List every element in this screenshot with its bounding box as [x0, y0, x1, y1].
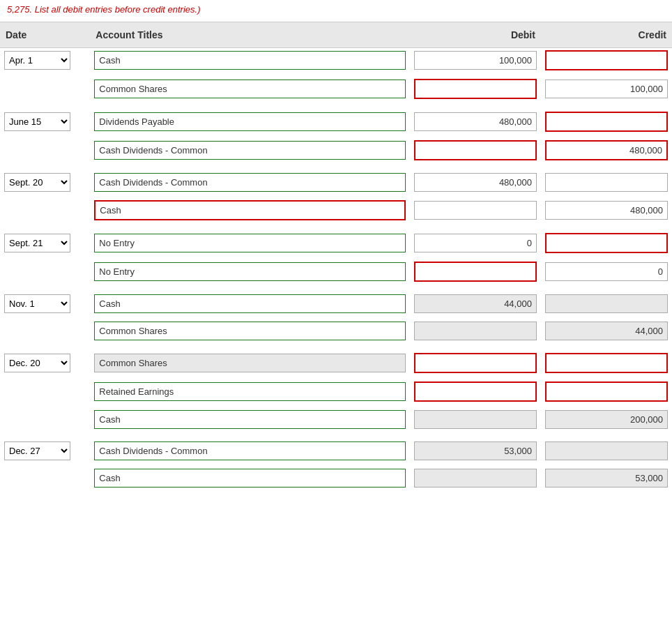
- header-credit: Credit: [541, 22, 672, 48]
- credit-input-row4-0[interactable]: [545, 233, 668, 253]
- account-input-row4-0[interactable]: [94, 234, 405, 252]
- debit-input-row5-0[interactable]: [414, 294, 537, 313]
- credit-input-row7-0[interactable]: [545, 441, 668, 460]
- account-input-row2-0[interactable]: [94, 112, 405, 131]
- credit-input-row7-1[interactable]: [545, 469, 668, 488]
- debit-input-row2-1[interactable]: [414, 140, 537, 160]
- debit-input-row6-0[interactable]: [414, 353, 537, 373]
- account-input-row7-0[interactable]: [94, 441, 405, 460]
- debit-input-row3-0[interactable]: [414, 173, 537, 192]
- credit-input-row6-1[interactable]: [545, 382, 668, 402]
- debit-input-row1-0[interactable]: [414, 51, 537, 70]
- debit-input-row5-1[interactable]: [414, 322, 537, 340]
- account-input-row1-1[interactable]: [94, 80, 405, 98]
- debit-input-row7-1[interactable]: [414, 469, 537, 488]
- debit-input-row6-2[interactable]: [414, 410, 537, 429]
- account-input-row7-1[interactable]: [94, 469, 405, 488]
- journal-table: Date Account Titles Debit Credit Apr. 1J…: [0, 22, 672, 490]
- debit-input-row6-1[interactable]: [414, 382, 537, 402]
- table-row: Apr. 1June 15Sept. 20Sept. 21Nov. 1Dec. …: [0, 231, 672, 255]
- table-row: [0, 77, 672, 101]
- table-row: Apr. 1June 15Sept. 20Sept. 21Nov. 1Dec. …: [0, 48, 672, 73]
- header-account-titles: Account Titles: [90, 22, 409, 48]
- table-row: Apr. 1June 15Sept. 20Sept. 21Nov. 1Dec. …: [0, 439, 672, 462]
- account-input-row2-1[interactable]: [94, 141, 405, 160]
- date-select-row6[interactable]: Apr. 1June 15Sept. 20Sept. 21Nov. 1Dec. …: [4, 354, 70, 372]
- credit-input-row1-0[interactable]: [545, 50, 668, 70]
- credit-input-row3-0[interactable]: [545, 173, 668, 192]
- credit-input-row1-1[interactable]: [545, 80, 668, 98]
- credit-input-row6-2[interactable]: [545, 410, 668, 429]
- debit-input-row1-1[interactable]: [414, 79, 537, 99]
- account-input-row6-0[interactable]: [94, 354, 405, 372]
- debit-input-row4-1[interactable]: [414, 262, 537, 282]
- account-input-row6-2[interactable]: [94, 410, 405, 429]
- credit-input-row4-1[interactable]: [545, 262, 668, 281]
- credit-input-row6-0[interactable]: [545, 353, 668, 373]
- table-row: [0, 467, 672, 490]
- account-input-row4-1[interactable]: [94, 262, 405, 281]
- table-row: [0, 198, 672, 222]
- credit-input-row2-1[interactable]: [545, 140, 668, 160]
- table-row: Apr. 1June 15Sept. 20Sept. 21Nov. 1Dec. …: [0, 292, 672, 315]
- table-row: Apr. 1June 15Sept. 20Sept. 21Nov. 1Dec. …: [0, 109, 672, 134]
- table-row: Apr. 1June 15Sept. 20Sept. 21Nov. 1Dec. …: [0, 171, 672, 194]
- table-row: [0, 408, 672, 431]
- debit-input-row3-1[interactable]: [414, 201, 537, 220]
- account-input-row5-0[interactable]: [94, 294, 405, 313]
- date-select-row7[interactable]: Apr. 1June 15Sept. 20Sept. 21Nov. 1Dec. …: [4, 441, 70, 460]
- table-row: [0, 138, 672, 163]
- debit-input-row4-0[interactable]: [414, 234, 537, 252]
- table-row: Apr. 1June 15Sept. 20Sept. 21Nov. 1Dec. …: [0, 351, 672, 375]
- account-input-row3-0[interactable]: [94, 173, 405, 192]
- header-date: Date: [0, 22, 90, 48]
- date-select-row2[interactable]: Apr. 1June 15Sept. 20Sept. 21Nov. 1Dec. …: [4, 112, 70, 131]
- table-row: [0, 379, 672, 404]
- debit-input-row7-0[interactable]: [414, 441, 537, 460]
- account-input-row6-1[interactable]: [94, 382, 405, 401]
- credit-input-row5-0[interactable]: [545, 294, 668, 313]
- debit-input-row2-0[interactable]: [414, 112, 537, 131]
- header-debit: Debit: [410, 22, 541, 48]
- credit-input-row3-1[interactable]: [545, 201, 668, 220]
- date-select-row3[interactable]: Apr. 1June 15Sept. 20Sept. 21Nov. 1Dec. …: [4, 173, 70, 192]
- top-note: 5,275. List all debit entries before cre…: [0, 0, 672, 22]
- credit-input-row5-1[interactable]: [545, 322, 668, 340]
- credit-input-row2-0[interactable]: [545, 112, 668, 132]
- date-select-row1[interactable]: Apr. 1June 15Sept. 20Sept. 21Nov. 1Dec. …: [4, 51, 70, 70]
- date-select-row4[interactable]: Apr. 1June 15Sept. 20Sept. 21Nov. 1Dec. …: [4, 234, 70, 252]
- table-row: [0, 319, 672, 342]
- account-input-row1-0[interactable]: [94, 51, 405, 70]
- account-input-row5-1[interactable]: [94, 322, 405, 340]
- table-row: [0, 259, 672, 284]
- date-select-row5[interactable]: Apr. 1June 15Sept. 20Sept. 21Nov. 1Dec. …: [4, 294, 70, 313]
- account-input-row3-1[interactable]: [94, 200, 405, 220]
